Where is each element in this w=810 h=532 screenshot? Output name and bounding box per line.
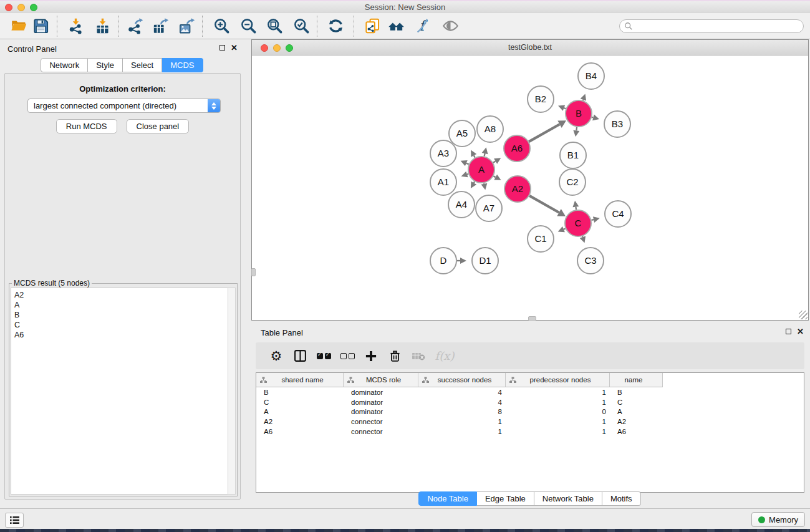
graph-edge-A-A2[interactable] bbox=[493, 176, 495, 177]
level-of-detail-button[interactable]: f bbox=[412, 16, 433, 37]
delete-table-button[interactable] bbox=[407, 344, 430, 368]
tab-motifs[interactable]: Motifs bbox=[602, 491, 641, 506]
unselect-all-columns-button[interactable] bbox=[335, 344, 359, 368]
mcds-result-item[interactable]: A2 bbox=[14, 290, 228, 300]
table-cell[interactable]: B bbox=[256, 389, 344, 396]
graph-node-A6[interactable]: A6 bbox=[504, 135, 530, 162]
run-mcds-button[interactable]: Run MCDS bbox=[56, 119, 117, 133]
graph-node-C3[interactable]: C3 bbox=[577, 248, 604, 274]
zoom-out-button[interactable] bbox=[238, 16, 259, 37]
graph-edge-A-A5[interactable] bbox=[474, 155, 475, 157]
zoom-selected-button[interactable] bbox=[291, 16, 312, 37]
graph-node-A4[interactable]: A4 bbox=[448, 191, 475, 218]
delete-column-button[interactable] bbox=[383, 344, 407, 368]
table-cell[interactable]: 1 bbox=[418, 428, 506, 435]
graph-node-A1[interactable]: A1 bbox=[430, 169, 456, 195]
table-cell[interactable]: dominator bbox=[344, 399, 418, 406]
import-network-button[interactable] bbox=[65, 16, 86, 37]
graph-node-A[interactable]: A bbox=[468, 157, 494, 183]
graph-node-A8[interactable]: A8 bbox=[477, 116, 503, 142]
table-cell[interactable]: A2 bbox=[610, 418, 663, 425]
float-table-panel-icon[interactable] bbox=[786, 329, 791, 334]
table-settings-button[interactable]: ⚙ bbox=[264, 344, 288, 368]
export-network-button[interactable] bbox=[124, 16, 145, 37]
close-panel-icon[interactable]: ✕ bbox=[231, 44, 238, 51]
table-cell[interactable]: 1 bbox=[506, 418, 610, 425]
table-cell[interactable]: connector bbox=[344, 428, 418, 435]
graph-node-B3[interactable]: B3 bbox=[604, 111, 630, 137]
graph-node-A3[interactable]: A3 bbox=[430, 140, 456, 167]
mcds-result-item[interactable]: A6 bbox=[14, 330, 228, 340]
search-input[interactable] bbox=[619, 19, 804, 33]
memory-button[interactable]: Memory bbox=[751, 512, 805, 527]
tab-network-table[interactable]: Network Table bbox=[534, 491, 602, 506]
close-panel-button[interactable]: Close panel bbox=[127, 119, 190, 133]
graph-edge-B-B2[interactable] bbox=[564, 108, 566, 109]
mcds-result-item[interactable]: B bbox=[14, 310, 228, 320]
table-cell[interactable]: dominator bbox=[344, 389, 418, 396]
graph-edge-C-C4[interactable] bbox=[591, 220, 594, 220]
close-table-panel-icon[interactable]: ✕ bbox=[797, 328, 804, 335]
table-cell[interactable]: A bbox=[256, 408, 344, 415]
save-session-button[interactable] bbox=[30, 16, 51, 37]
table-row[interactable]: Bdominator41B bbox=[256, 387, 804, 397]
table-cell[interactable]: 0 bbox=[506, 408, 610, 415]
tab-style[interactable]: Style bbox=[88, 58, 123, 72]
graph-node-C4[interactable]: C4 bbox=[605, 201, 631, 227]
graph-edge-B-B1[interactable] bbox=[576, 127, 577, 131]
table-cell[interactable]: A bbox=[610, 408, 663, 415]
graph-edge-A-A1[interactable] bbox=[467, 174, 468, 175]
graph-node-C1[interactable]: C1 bbox=[528, 226, 554, 252]
network-canvas[interactable]: B4B2BB3A5A8A6A3B1AA1C2A2A4A7C4CC1C3DD1 bbox=[252, 56, 808, 320]
graph-edge-B-B3[interactable] bbox=[592, 117, 593, 118]
home-button[interactable] bbox=[385, 16, 407, 37]
table-cell[interactable]: 1 bbox=[506, 399, 610, 406]
tab-network[interactable]: Network bbox=[41, 58, 88, 72]
mcds-result-scrollbar[interactable] bbox=[228, 288, 236, 495]
graph-edge-C-C2[interactable] bbox=[576, 207, 576, 210]
create-column-button[interactable] bbox=[359, 344, 383, 368]
column-header-MCDS-role[interactable]: MCDS role bbox=[344, 373, 418, 387]
table-cell[interactable]: 1 bbox=[418, 418, 506, 425]
vertical-scroll-nub[interactable] bbox=[251, 268, 256, 276]
column-header-name[interactable]: name bbox=[610, 373, 663, 387]
graph-node-B1[interactable]: B1 bbox=[560, 142, 586, 168]
table-cell[interactable]: A2 bbox=[256, 418, 344, 425]
select-all-columns-button[interactable] bbox=[312, 344, 335, 368]
show-hide-button[interactable] bbox=[440, 16, 461, 37]
open-file-button[interactable] bbox=[8, 16, 29, 37]
tab-edge-table[interactable]: Edge Table bbox=[477, 491, 534, 506]
table-cell[interactable]: A6 bbox=[256, 428, 344, 435]
graph-edge-A2-C[interactable] bbox=[529, 196, 559, 213]
table-cell[interactable]: 4 bbox=[418, 389, 506, 396]
tab-node-table[interactable]: Node Table bbox=[418, 491, 477, 506]
graph-node-B[interactable]: B bbox=[566, 100, 592, 127]
resize-grip-icon[interactable] bbox=[799, 311, 808, 319]
graph-node-D1[interactable]: D1 bbox=[472, 248, 498, 274]
column-header-shared-name[interactable]: shared name bbox=[256, 373, 344, 387]
criterion-select[interactable]: largest connected component (directed) bbox=[27, 99, 221, 113]
export-table-button[interactable] bbox=[150, 16, 171, 37]
table-cell[interactable]: B bbox=[610, 389, 663, 396]
graph-edge-A-A4[interactable] bbox=[474, 181, 475, 183]
function-builder-button[interactable]: f(x) bbox=[430, 344, 459, 368]
table-cell[interactable]: 4 bbox=[418, 399, 506, 406]
table-row[interactable]: Cdominator41C bbox=[256, 397, 804, 407]
table-row[interactable]: A2connector11A2 bbox=[256, 417, 804, 427]
table-cell[interactable]: A6 bbox=[610, 428, 663, 435]
graph-edge-C-C1[interactable] bbox=[564, 228, 566, 229]
graph-node-B2[interactable]: B2 bbox=[528, 86, 554, 112]
graph-node-D[interactable]: D bbox=[430, 248, 456, 274]
graph-node-B4[interactable]: B4 bbox=[578, 63, 604, 89]
tab-select[interactable]: Select bbox=[123, 58, 162, 72]
float-panel-icon[interactable] bbox=[219, 45, 225, 51]
graph-edge-A-A8[interactable] bbox=[485, 153, 485, 156]
graph-edge-A-A3[interactable] bbox=[466, 163, 469, 165]
show-columns-button[interactable] bbox=[288, 344, 312, 368]
graph-node-C2[interactable]: C2 bbox=[559, 169, 586, 195]
clone-network-button[interactable] bbox=[362, 16, 383, 37]
table-cell[interactable]: connector bbox=[344, 418, 418, 425]
mcds-result-item[interactable]: A bbox=[14, 300, 228, 310]
import-table-button[interactable] bbox=[92, 16, 113, 37]
column-header-successor-nodes[interactable]: successor nodes bbox=[418, 373, 506, 387]
